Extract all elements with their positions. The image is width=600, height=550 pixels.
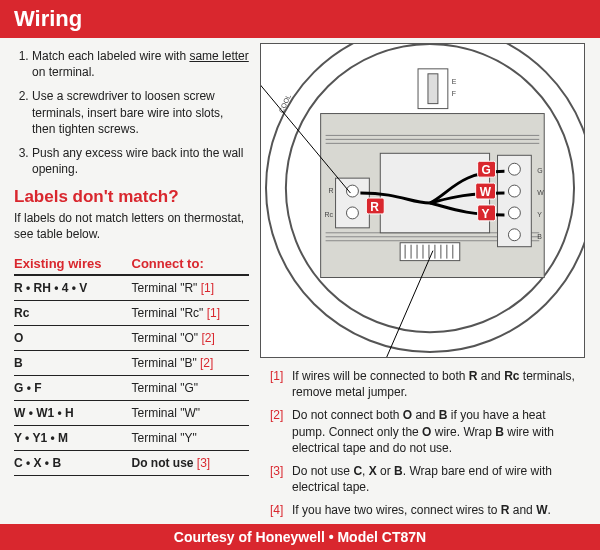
svg-point-25 [508, 185, 520, 197]
table-row: R • RH • 4 • VTerminal "R" [1] [14, 275, 249, 301]
reference-notes: [1]If wires will be connected to both R … [270, 368, 580, 526]
table-row: OTerminal "O" [2] [14, 325, 249, 350]
svg-point-22 [346, 207, 358, 219]
svg-point-27 [508, 229, 520, 241]
term-label-w: W [537, 189, 544, 196]
wire-tag-w: W [476, 183, 496, 199]
svg-rect-29 [428, 74, 438, 104]
col-existing: Existing wires [14, 253, 132, 275]
left-column: Match each labeled wire with same letter… [14, 48, 249, 476]
instruction-2: Use a screwdriver to loosen screw termin… [32, 88, 249, 137]
svg-text:G: G [482, 163, 491, 177]
footer-bar: Courtesy of Honeywell • Model CT87N [0, 524, 600, 550]
table-row: W • W1 • HTerminal "W" [14, 400, 249, 425]
table-row: Y • Y1 • MTerminal "Y" [14, 425, 249, 450]
term-label-rc: Rc [325, 211, 334, 218]
note-item: [2]Do not connect both O and B if you ha… [270, 407, 580, 456]
wire-tag-y: Y [478, 205, 496, 221]
term-label-g: G [537, 167, 542, 174]
term-label-r: R [329, 187, 334, 194]
svg-text:Y: Y [482, 207, 490, 221]
table-row: RcTerminal "Rc" [1] [14, 300, 249, 325]
svg-text:W: W [480, 185, 492, 199]
table-row: G • FTerminal "G" [14, 375, 249, 400]
wire-table: Existing wires Connect to: R • RH • 4 • … [14, 253, 249, 476]
instruction-3: Push any excess wire back into the wall … [32, 145, 249, 177]
instruction-1: Match each labeled wire with same letter… [32, 48, 249, 80]
term-label-b: B [537, 233, 542, 240]
wiring-diagram: R Rc G W Y B E F COOL [260, 43, 585, 358]
note-item: [1]If wires will be connected to both R … [270, 368, 580, 400]
wire-tag-r: R [366, 198, 384, 214]
term-label-y: Y [537, 211, 542, 218]
mismatch-sub: If labels do not match letters on thermo… [14, 211, 249, 242]
header-bar: Wiring [0, 0, 600, 38]
note-item: [3]Do not use C, X or B. Wrap bare end o… [270, 463, 580, 495]
svg-point-24 [508, 163, 520, 175]
instruction-list: Match each labeled wire with same letter… [14, 48, 249, 177]
svg-point-26 [508, 207, 520, 219]
switch-ef-f: F [452, 90, 456, 97]
table-row: BTerminal "B" [2] [14, 350, 249, 375]
switch-ef-e: E [452, 78, 457, 85]
wire-tag-g: G [478, 161, 496, 177]
mismatch-heading: Labels don't match? [14, 187, 249, 207]
svg-text:R: R [370, 200, 379, 214]
content-area: Match each labeled wire with same letter… [0, 38, 600, 530]
col-connect: Connect to: [132, 253, 250, 275]
table-row: C • X • BDo not use [3] [14, 450, 249, 475]
note-item: [4]If you have two wires, connect wires … [270, 502, 580, 518]
